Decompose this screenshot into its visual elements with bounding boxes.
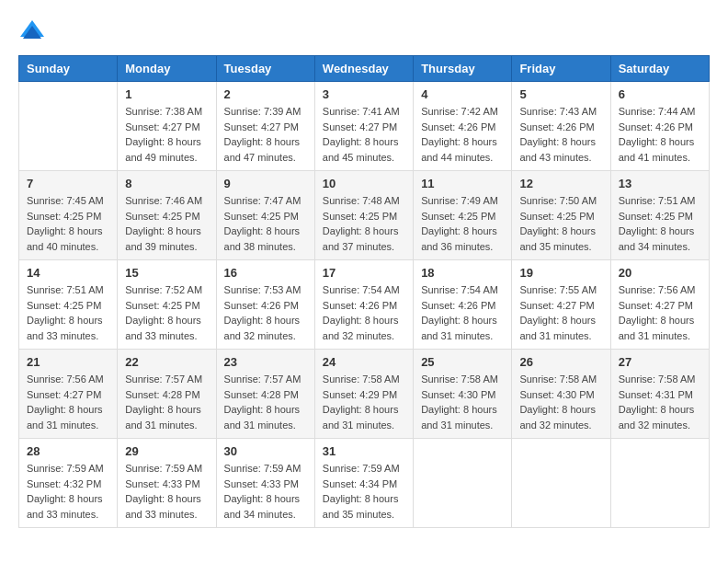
day-number: 11	[421, 177, 504, 190]
calendar-week-2: 7Sunrise: 7:45 AMSunset: 4:25 PMDaylight…	[19, 171, 710, 260]
calendar-cell: 24Sunrise: 7:58 AMSunset: 4:29 PMDayligh…	[314, 350, 413, 439]
day-info: Sunrise: 7:51 AMSunset: 4:25 PMDaylight:…	[619, 193, 701, 254]
day-info: Sunrise: 7:59 AMSunset: 4:32 PMDaylight:…	[27, 461, 109, 522]
day-info: Sunrise: 7:54 AMSunset: 4:26 PMDaylight:…	[421, 282, 504, 343]
calendar-header-friday: Friday	[512, 56, 610, 82]
calendar-cell: 15Sunrise: 7:52 AMSunset: 4:25 PMDayligh…	[118, 260, 216, 350]
day-info: Sunrise: 7:49 AMSunset: 4:25 PMDaylight:…	[421, 193, 504, 254]
calendar-cell: 1Sunrise: 7:38 AMSunset: 4:27 PMDaylight…	[118, 82, 216, 171]
calendar-header-monday: Monday	[118, 56, 216, 82]
day-info: Sunrise: 7:51 AMSunset: 4:25 PMDaylight:…	[27, 282, 109, 343]
calendar-cell: 30Sunrise: 7:59 AMSunset: 4:33 PMDayligh…	[216, 439, 314, 528]
day-number: 29	[125, 444, 208, 458]
day-number: 13	[619, 177, 701, 190]
calendar-week-5: 28Sunrise: 7:59 AMSunset: 4:32 PMDayligh…	[19, 439, 710, 528]
calendar-cell: 8Sunrise: 7:46 AMSunset: 4:25 PMDaylight…	[118, 171, 216, 260]
calendar-cell	[512, 439, 610, 528]
day-info: Sunrise: 7:47 AMSunset: 4:25 PMDaylight:…	[224, 193, 307, 254]
day-number: 18	[421, 266, 504, 280]
day-info: Sunrise: 7:44 AMSunset: 4:26 PMDaylight:…	[619, 104, 701, 165]
calendar-cell: 28Sunrise: 7:59 AMSunset: 4:32 PMDayligh…	[19, 439, 118, 528]
calendar-cell: 21Sunrise: 7:56 AMSunset: 4:27 PMDayligh…	[19, 350, 118, 439]
day-info: Sunrise: 7:42 AMSunset: 4:26 PMDaylight:…	[421, 104, 504, 165]
calendar-cell: 12Sunrise: 7:50 AMSunset: 4:25 PMDayligh…	[512, 171, 610, 260]
calendar-cell: 19Sunrise: 7:55 AMSunset: 4:27 PMDayligh…	[512, 260, 610, 350]
calendar-cell: 7Sunrise: 7:45 AMSunset: 4:25 PMDaylight…	[19, 171, 118, 260]
day-info: Sunrise: 7:55 AMSunset: 4:27 PMDaylight:…	[519, 282, 602, 343]
calendar-cell: 11Sunrise: 7:49 AMSunset: 4:25 PMDayligh…	[414, 171, 512, 260]
day-number: 6	[619, 87, 701, 101]
day-info: Sunrise: 7:48 AMSunset: 4:25 PMDaylight:…	[323, 193, 405, 254]
day-number: 9	[224, 177, 307, 190]
calendar-header-row: SundayMondayTuesdayWednesdayThursdayFrid…	[19, 56, 710, 82]
calendar-cell: 16Sunrise: 7:53 AMSunset: 4:26 PMDayligh…	[216, 260, 314, 350]
calendar-cell: 13Sunrise: 7:51 AMSunset: 4:25 PMDayligh…	[610, 171, 709, 260]
day-info: Sunrise: 7:59 AMSunset: 4:34 PMDaylight:…	[323, 461, 405, 522]
day-number: 1	[125, 87, 208, 101]
day-number: 3	[323, 87, 405, 101]
day-info: Sunrise: 7:50 AMSunset: 4:25 PMDaylight:…	[519, 193, 602, 254]
calendar-cell: 20Sunrise: 7:56 AMSunset: 4:27 PMDayligh…	[610, 260, 709, 350]
calendar-week-3: 14Sunrise: 7:51 AMSunset: 4:25 PMDayligh…	[19, 260, 710, 350]
day-info: Sunrise: 7:53 AMSunset: 4:26 PMDaylight:…	[224, 282, 307, 343]
calendar-week-1: 1Sunrise: 7:38 AMSunset: 4:27 PMDaylight…	[19, 82, 710, 171]
calendar-header-sunday: Sunday	[19, 56, 118, 82]
day-number: 30	[224, 444, 307, 458]
logo-icon	[18, 18, 46, 46]
calendar-cell: 18Sunrise: 7:54 AMSunset: 4:26 PMDayligh…	[414, 260, 512, 350]
day-info: Sunrise: 7:59 AMSunset: 4:33 PMDaylight:…	[224, 461, 307, 522]
day-number: 21	[27, 355, 109, 369]
calendar-cell: 29Sunrise: 7:59 AMSunset: 4:33 PMDayligh…	[118, 439, 216, 528]
calendar-cell: 6Sunrise: 7:44 AMSunset: 4:26 PMDaylight…	[610, 82, 709, 171]
day-number: 16	[224, 266, 307, 280]
logo	[18, 18, 50, 46]
day-number: 22	[125, 355, 208, 369]
calendar-cell: 27Sunrise: 7:58 AMSunset: 4:31 PMDayligh…	[610, 350, 709, 439]
day-number: 25	[421, 355, 504, 369]
calendar-cell: 17Sunrise: 7:54 AMSunset: 4:26 PMDayligh…	[314, 260, 413, 350]
day-info: Sunrise: 7:52 AMSunset: 4:25 PMDaylight:…	[125, 282, 208, 343]
calendar-cell: 25Sunrise: 7:58 AMSunset: 4:30 PMDayligh…	[414, 350, 512, 439]
day-info: Sunrise: 7:58 AMSunset: 4:29 PMDaylight:…	[323, 372, 405, 432]
day-number: 4	[421, 87, 504, 101]
calendar-cell: 2Sunrise: 7:39 AMSunset: 4:27 PMDaylight…	[216, 82, 314, 171]
day-info: Sunrise: 7:43 AMSunset: 4:26 PMDaylight:…	[519, 104, 602, 165]
calendar-cell: 31Sunrise: 7:59 AMSunset: 4:34 PMDayligh…	[314, 439, 413, 528]
day-number: 27	[619, 355, 701, 369]
calendar-cell: 5Sunrise: 7:43 AMSunset: 4:26 PMDaylight…	[512, 82, 610, 171]
day-info: Sunrise: 7:57 AMSunset: 4:28 PMDaylight:…	[125, 372, 208, 432]
calendar-cell: 3Sunrise: 7:41 AMSunset: 4:27 PMDaylight…	[314, 82, 413, 171]
calendar-header-thursday: Thursday	[414, 56, 512, 82]
calendar-cell: 4Sunrise: 7:42 AMSunset: 4:26 PMDaylight…	[414, 82, 512, 171]
day-info: Sunrise: 7:56 AMSunset: 4:27 PMDaylight:…	[27, 372, 109, 432]
day-number: 28	[27, 444, 109, 458]
calendar-cell: 26Sunrise: 7:58 AMSunset: 4:30 PMDayligh…	[512, 350, 610, 439]
day-number: 17	[323, 266, 405, 280]
day-info: Sunrise: 7:58 AMSunset: 4:30 PMDaylight:…	[519, 372, 602, 432]
day-info: Sunrise: 7:56 AMSunset: 4:27 PMDaylight:…	[619, 282, 701, 343]
calendar-cell	[19, 82, 118, 171]
day-info: Sunrise: 7:46 AMSunset: 4:25 PMDaylight:…	[125, 193, 208, 254]
calendar-cell: 22Sunrise: 7:57 AMSunset: 4:28 PMDayligh…	[118, 350, 216, 439]
calendar-header-saturday: Saturday	[610, 56, 709, 82]
calendar-cell: 10Sunrise: 7:48 AMSunset: 4:25 PMDayligh…	[314, 171, 413, 260]
day-info: Sunrise: 7:39 AMSunset: 4:27 PMDaylight:…	[224, 104, 307, 165]
day-number: 5	[519, 87, 602, 101]
day-info: Sunrise: 7:58 AMSunset: 4:30 PMDaylight:…	[421, 372, 504, 432]
day-number: 20	[619, 266, 701, 280]
calendar-cell: 14Sunrise: 7:51 AMSunset: 4:25 PMDayligh…	[19, 260, 118, 350]
day-number: 2	[224, 87, 307, 101]
day-info: Sunrise: 7:59 AMSunset: 4:33 PMDaylight:…	[125, 461, 208, 522]
day-info: Sunrise: 7:38 AMSunset: 4:27 PMDaylight:…	[125, 104, 208, 165]
day-number: 31	[323, 444, 405, 458]
day-info: Sunrise: 7:41 AMSunset: 4:27 PMDaylight:…	[323, 104, 405, 165]
calendar-cell: 23Sunrise: 7:57 AMSunset: 4:28 PMDayligh…	[216, 350, 314, 439]
calendar: SundayMondayTuesdayWednesdayThursdayFrid…	[18, 55, 710, 528]
day-number: 14	[27, 266, 109, 280]
day-number: 7	[27, 177, 109, 190]
calendar-cell: 9Sunrise: 7:47 AMSunset: 4:25 PMDaylight…	[216, 171, 314, 260]
calendar-week-4: 21Sunrise: 7:56 AMSunset: 4:27 PMDayligh…	[19, 350, 710, 439]
calendar-cell	[610, 439, 709, 528]
day-number: 23	[224, 355, 307, 369]
day-number: 10	[323, 177, 405, 190]
